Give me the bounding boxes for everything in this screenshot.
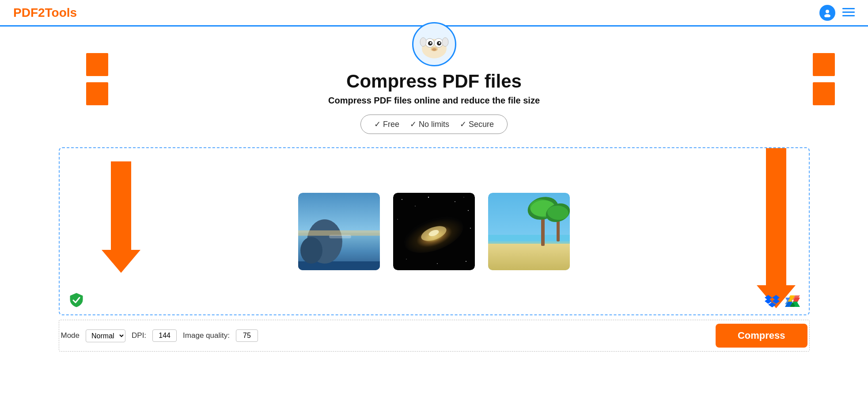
preview-image-sea <box>298 193 380 270</box>
logo-accent: 2 <box>38 6 45 19</box>
svg-rect-22 <box>329 235 351 238</box>
svg-point-26 <box>428 196 429 197</box>
menu-icon[interactable] <box>842 6 855 20</box>
gdrive-icon[interactable] <box>785 295 800 308</box>
bottom-bar: Mode Normal Low High DPI: Image quality:… <box>59 320 810 352</box>
orange-rect-2 <box>86 82 108 105</box>
page-title: Compress PDF files <box>346 71 522 92</box>
mode-label: Mode <box>61 331 80 340</box>
feature-secure: ✓ Secure <box>460 119 494 129</box>
right-top-arrows <box>813 53 835 105</box>
logo-text: PDF <box>13 6 38 19</box>
mascot <box>412 22 456 66</box>
dpi-input[interactable] <box>152 329 177 342</box>
svg-point-14 <box>420 38 426 46</box>
svg-point-33 <box>437 263 438 264</box>
arrow-head-left <box>102 250 140 273</box>
feature-free: ✓ Free <box>374 119 399 129</box>
svg-point-11 <box>439 42 440 44</box>
quality-input[interactable] <box>236 329 258 342</box>
security-badge <box>68 292 84 308</box>
svg-point-10 <box>430 42 432 44</box>
quality-label: Image quality: <box>183 331 230 340</box>
arrow-shaft-right <box>766 148 786 285</box>
svg-point-1 <box>824 14 830 17</box>
orange-rect-3 <box>813 53 835 76</box>
page-subtitle: Compress PDF files online and reduce the… <box>328 96 540 106</box>
svg-rect-2 <box>842 8 855 9</box>
arrow-shaft-left <box>111 161 131 250</box>
left-top-arrows <box>86 53 108 105</box>
compress-button[interactable]: Compress <box>716 324 807 348</box>
orange-rect-4 <box>813 82 835 105</box>
svg-rect-39 <box>488 241 570 270</box>
orange-rect-1 <box>86 53 108 76</box>
bottom-left-controls: Mode Normal Low High DPI: Image quality: <box>61 329 258 342</box>
svg-point-31 <box>470 228 471 229</box>
features-badge: ✓ Free ✓ No limits ✓ Secure <box>360 115 508 134</box>
svg-point-34 <box>466 261 466 262</box>
feature-nolimits: ✓ No limits <box>410 119 449 129</box>
shield-icon <box>68 292 84 308</box>
cloud-icons <box>765 295 800 308</box>
svg-rect-4 <box>842 15 855 16</box>
logo-suffix: Tools <box>45 6 77 19</box>
drop-zone[interactable] <box>59 147 810 315</box>
svg-point-29 <box>463 197 464 197</box>
dropbox-icon[interactable] <box>765 295 780 308</box>
logo: PDF2Tools <box>13 6 77 20</box>
svg-point-25 <box>415 206 416 207</box>
preview-image-galaxy <box>393 193 475 270</box>
dpi-label: DPI: <box>132 331 146 340</box>
header-right <box>819 5 855 21</box>
preview-image-beach <box>488 193 570 270</box>
svg-point-24 <box>402 199 402 200</box>
arrow-right <box>757 148 796 308</box>
svg-point-27 <box>455 201 455 202</box>
svg-point-30 <box>397 219 398 220</box>
main-content: Compress PDF files Compress PDF files on… <box>0 66 868 352</box>
arrow-left <box>102 161 140 273</box>
mascot-area <box>0 27 868 66</box>
svg-point-20 <box>300 237 322 264</box>
user-icon[interactable] <box>819 5 835 21</box>
mode-select[interactable]: Normal Low High <box>86 329 125 342</box>
images-row <box>298 193 570 270</box>
svg-point-13 <box>432 48 436 51</box>
svg-point-0 <box>826 10 829 13</box>
svg-point-15 <box>442 38 448 46</box>
svg-rect-3 <box>842 11 855 13</box>
svg-point-32 <box>406 259 407 260</box>
svg-point-28 <box>468 210 469 211</box>
